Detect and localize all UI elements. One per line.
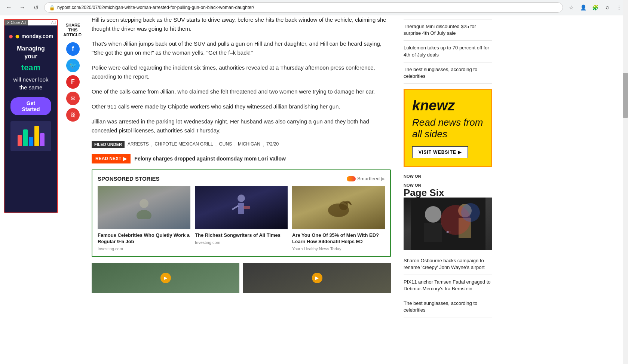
article-paragraph-6: Jillian was arrested in the parking lot … [92,117,391,135]
share-twitter-button[interactable]: 🐦 [66,59,80,72]
now-on-text: NOW ON [404,183,422,187]
now-on-label: NOW ON [404,173,422,179]
extensions-button[interactable]: 🧩 [590,2,600,13]
left-ad-column: ✕ Close Ad Ad ● ● monday.com Managing yo… [0,15,62,322]
page-six-header: NOW ON [404,173,492,179]
video-play-button-2[interactable]: ▶ [312,273,322,283]
page-six-story-1[interactable]: PIX11 anchor Tamsen Fadal engaged to Deb… [404,275,492,296]
back-button[interactable]: ← [4,2,14,13]
filed-under: FILED UNDER ARRESTS , CHIPOTLE MEXICAN G… [92,141,391,148]
tag-chipotle[interactable]: CHIPOTLE MEXICAN GRILL [155,141,213,147]
tag-date[interactable]: 7/2/20 [266,141,279,147]
browser-toolbar: ← → ↺ 🔒 nypost.com/2020/07/02/michigan-w… [0,0,628,15]
svg-line-5 [232,206,238,209]
music-button[interactable]: ♫ [602,2,612,13]
monday-screenshot [10,121,51,151]
sharon-image-bg: xn [404,198,492,250]
read-next-title[interactable]: Felony charges dropped against doomsday … [134,156,286,162]
profile-button[interactable]: 👤 [578,2,588,13]
svg-rect-4 [243,206,250,209]
close-ad-button[interactable]: ✕ Close Ad [4,20,28,25]
bar-4 [34,126,39,146]
filed-under-tags: ARRESTS , CHIPOTLE MEXICAN GRILL , GUNS … [128,141,279,147]
sponsored-stories: SPONSORED STORIES Smartfeed ▶ [92,169,391,257]
svg-point-0 [140,199,148,208]
page-six-story-2[interactable]: The best sunglasses, according to celebr… [404,296,492,318]
logo-dot-red: ● [9,31,13,41]
monday-logo: ● ● monday.com [10,31,51,41]
sponsored-item-2[interactable]: The Richest Songwriters of All Times Inv… [195,186,288,251]
twitter-icon: 🐦 [69,62,77,69]
bar-3 [29,137,33,146]
svg-point-2 [238,195,245,202]
share-email-button[interactable]: ✉ [66,92,80,105]
smartfeed-logo: Smartfeed ▶ [347,176,385,181]
article-body: Hill is seen stepping back as the SUV st… [92,15,391,135]
sponsored-item-3[interactable]: Are You One Of 35% of Men With ED? Learn… [292,186,385,251]
sidebar-link-2[interactable]: Lululemon takes up to 70 percent off for… [404,41,492,62]
scrollbar[interactable] [623,0,628,322]
forward-button[interactable]: → [17,2,28,13]
sponsored-title-2: The Richest Songwriters of All Times [195,232,288,239]
logo-dot-yellow: ● [15,31,20,41]
article-paragraph-4: One of the calls came from Jillian, who … [92,87,391,96]
share-sidebar: SHARE THIS ARTICLE: f 🐦 F ✉ ⛓ [62,15,84,322]
celeb-silhouette [133,197,155,219]
share-flipboard-button[interactable]: F [66,75,80,89]
sponsored-title-1: Famous Celebrities Who Quietly Work a Re… [98,232,190,245]
share-label: SHARE THIS ARTICLE: [62,23,84,38]
share-copy-button[interactable]: ⛓ [66,108,80,122]
flipboard-icon: F [71,79,75,85]
sponsored-header: SPONSORED STORIES Smartfeed ▶ [98,175,385,182]
monday-cta-button[interactable]: Get Started [10,97,51,115]
logo-text: monday.com [21,33,53,39]
knewz-tagline: Read news from all sides [412,117,484,140]
svg-point-1 [137,210,151,219]
monday-sub-headline: will never look the same [10,76,51,91]
singer-silhouette [230,193,252,223]
bar-1 [18,135,22,146]
tag-sep-3: , [234,141,236,147]
right-sidebar: Theragun Mini discounted $25 for surpris… [398,15,497,322]
email-icon: ✉ [71,95,76,102]
refresh-button[interactable]: ↺ [31,2,41,13]
tag-arrests[interactable]: ARRESTS [128,141,149,147]
bull-silhouette [324,197,353,219]
bookmark-button[interactable]: ☆ [566,2,576,13]
copy-icon: ⛓ [70,112,76,118]
tag-michigan[interactable]: MICHIGAN [238,141,260,147]
sponsored-title-3: Are You One Of 35% of Men With ED? Learn… [292,232,385,245]
page-six-section: NOW ON NOW ON Page Six [404,173,492,318]
left-ad-box: ✕ Close Ad Ad ● ● monday.com Managing yo… [4,19,58,213]
svg-point-9 [425,206,441,223]
bottom-video-2: ▶ [243,263,391,293]
facebook-icon: f [72,45,74,53]
bottom-video-1: ▶ [92,263,239,293]
article-paragraph-1: Hill is seen stepping back as the SUV st… [92,15,391,33]
read-next: READ NEXT ▶ Felony charges dropped again… [92,154,391,163]
article-paragraph-5: Other 911 calls were made by Chipotle wo… [92,102,391,111]
screenshot-bars [18,126,45,146]
url-text: nypost.com/2020/07/02/michigan-white-wom… [57,5,558,10]
scrollbar-thumb[interactable] [623,73,628,118]
share-facebook-button[interactable]: f [66,42,80,56]
knewz-cta-button[interactable]: VISIT WEBSITE ▶ [412,146,468,158]
page-six-title: NOW ON Page Six [404,182,492,198]
browser-actions: ☆ 👤 🧩 ♫ ⋮ [566,2,624,13]
sidebar-link-1[interactable]: Theragun Mini discounted $25 for surpris… [404,19,492,41]
sponsored-item-1[interactable]: Famous Celebrities Who Quietly Work a Re… [98,186,190,251]
sponsored-img-1 [98,186,190,229]
svg-point-14 [461,203,480,222]
monday-headline: Managing your [10,45,51,61]
address-bar[interactable]: 🔒 nypost.com/2020/07/02/michigan-white-w… [44,2,563,13]
sidebar-link-3[interactable]: The best sunglasses, according to celebr… [404,62,492,84]
page-container: ✕ Close Ad Ad ● ● monday.com Managing yo… [0,15,628,322]
video-play-button-1[interactable]: ▶ [160,273,171,283]
page-six-brand-title: Page Six [404,188,492,198]
tag-sep-4: , [263,141,264,147]
tag-guns[interactable]: GUNS [219,141,232,147]
main-content: Hill is seen stepping back as the SUV st… [84,15,398,322]
knewz-ad: knewz Read news from all sides VISIT WEB… [404,89,492,166]
article-paragraph-2: That's when Jillian jumps back out of th… [92,39,391,57]
sharon-story[interactable]: Sharon Osbourne backs campaign to rename… [404,254,492,275]
